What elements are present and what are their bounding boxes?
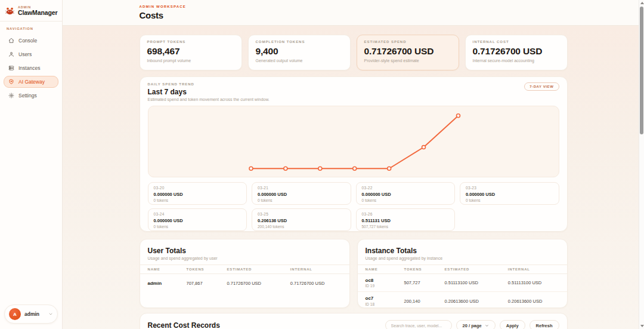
row-name: oc7 bbox=[366, 296, 404, 301]
recent-cost-records-card: Recent Cost Records Search and page thro… bbox=[140, 313, 568, 329]
col-name: NAME bbox=[366, 267, 404, 271]
col-name: NAME bbox=[148, 267, 187, 271]
stat-value: 0.71726700 USD bbox=[473, 46, 560, 57]
day-spend: 0.511131 USD bbox=[362, 218, 450, 223]
day-tokens: 0 tokens bbox=[362, 198, 450, 202]
day-date: 03-21 bbox=[258, 186, 345, 190]
table-header-row: NAME TOKENS ESTIMATED INTERNAL bbox=[358, 265, 567, 274]
page-size-value: 20 / page bbox=[463, 323, 482, 328]
day-tokens: 0 tokens bbox=[258, 198, 345, 202]
day-date: 03-25 bbox=[258, 212, 345, 216]
col-tokens: TOKENS bbox=[187, 267, 227, 271]
trend-subtitle: Estimated spend and token movement acros… bbox=[148, 97, 559, 102]
user-name: admin bbox=[24, 311, 39, 317]
sidebar: ADMIN ClawManager NAVIGATION Console Use… bbox=[0, 0, 63, 329]
day-card: 03-20 0.000000 USD 0 tokens bbox=[148, 182, 247, 205]
stat-value: 0.71726700 USD bbox=[364, 46, 451, 57]
page-size-select[interactable]: 20 / page bbox=[456, 320, 496, 329]
row-estimated: 0.51113100 USD bbox=[444, 280, 507, 285]
stat-sub: Provider-style spend estimate bbox=[364, 59, 451, 63]
brand[interactable]: ADMIN ClawManager bbox=[0, 0, 62, 21]
spend-trend-chart bbox=[148, 106, 559, 177]
stat-card-internal-cost: INTERNAL COST 0.71726700 USD Internal se… bbox=[465, 35, 568, 70]
stat-label: PROMPT TOKENS bbox=[147, 40, 234, 44]
day-card: 03-24 0.000000 USD 0 tokens bbox=[148, 208, 247, 231]
crab-logo-icon bbox=[5, 7, 15, 16]
stat-cards: PROMPT TOKENS 698,467 Inbound prompt vol… bbox=[140, 35, 568, 70]
sidebar-item-label: Users bbox=[18, 51, 32, 57]
sidebar-item-settings[interactable]: Settings bbox=[4, 90, 58, 102]
chevron-down-icon bbox=[48, 312, 53, 316]
row-id: ID 19 bbox=[366, 284, 404, 288]
day-card: 03-26 0.511131 USD 507,727 tokens bbox=[356, 208, 456, 231]
search-input[interactable] bbox=[385, 320, 452, 329]
page-header: ADMIN WORKSPACE Costs bbox=[63, 0, 644, 26]
instance-totals-card: Instance Totals Usage and spend aggregat… bbox=[357, 239, 568, 308]
sidebar-item-users[interactable]: Users bbox=[4, 48, 58, 60]
scroll-up-arrow-icon[interactable] bbox=[640, 2, 644, 4]
content-scroll-area: PROMPT TOKENS 698,467 Inbound prompt vol… bbox=[63, 26, 644, 329]
trend-eyebrow: DAILY SPEND TREND bbox=[148, 82, 559, 86]
stat-value: 9,400 bbox=[256, 46, 343, 57]
day-card: 03-23 0.000000 USD 0 tokens bbox=[460, 182, 559, 205]
day-tokens: 0 tokens bbox=[466, 198, 553, 202]
row-internal: 0.71726700 USD bbox=[290, 281, 342, 286]
stat-card-estimated-spend: ESTIMATED SPEND 0.71726700 USD Provider-… bbox=[357, 35, 459, 70]
sidebar-item-ai-gateway[interactable]: AI Gateway bbox=[4, 76, 58, 88]
table-row: oc8 ID 19 507,727 0.51113100 USD 0.51113… bbox=[358, 274, 567, 292]
table-row: admin 707,867 0.71726700 USD 0.71726700 … bbox=[140, 274, 349, 292]
stat-sub: Generated output volume bbox=[256, 59, 343, 63]
day-cards: 03-20 0.000000 USD 0 tokens 03-21 0.0000… bbox=[148, 182, 559, 231]
stat-label: COMPLETION TOKENS bbox=[256, 40, 343, 44]
sidebar-item-instances[interactable]: Instances bbox=[4, 62, 58, 74]
day-card: 03-25 0.206136 USD 200,140 tokens bbox=[252, 208, 351, 231]
stat-value: 698,467 bbox=[147, 46, 234, 57]
day-tokens: 0 tokens bbox=[154, 225, 242, 229]
row-name: oc8 bbox=[366, 278, 404, 283]
stat-card-prompt-tokens: PROMPT TOKENS 698,467 Inbound prompt vol… bbox=[140, 35, 242, 70]
day-spend: 0.000000 USD bbox=[258, 192, 345, 197]
scroll-down-arrow-icon[interactable] bbox=[640, 325, 644, 327]
page-title: Costs bbox=[140, 10, 568, 20]
day-tokens: 0 tokens bbox=[154, 198, 242, 202]
daily-spend-trend-card: DAILY SPEND TREND Last 7 days Estimated … bbox=[140, 76, 568, 232]
home-icon bbox=[8, 38, 14, 44]
row-name: admin bbox=[148, 281, 187, 286]
col-estimated: ESTIMATED bbox=[444, 267, 507, 271]
row-estimated: 0.71726700 USD bbox=[227, 281, 290, 286]
scrollbar[interactable] bbox=[639, 0, 644, 329]
trend-line-chart bbox=[148, 106, 559, 177]
main-area: ADMIN WORKSPACE Costs PROMPT TOKENS 698,… bbox=[63, 0, 644, 329]
table-header-row: NAME TOKENS ESTIMATED INTERNAL bbox=[140, 265, 349, 274]
scrollbar-thumb[interactable] bbox=[640, 7, 643, 134]
row-tokens: 707,867 bbox=[187, 281, 227, 286]
col-estimated: ESTIMATED bbox=[227, 267, 290, 271]
sidebar-item-label: Console bbox=[18, 38, 37, 44]
row-tokens: 507,727 bbox=[404, 280, 445, 285]
totals-section: User Totals Usage and spend aggregated b… bbox=[140, 239, 568, 308]
day-tokens: 200,140 tokens bbox=[258, 225, 345, 229]
instance-totals-subtitle: Usage and spend aggregated by instance bbox=[366, 256, 559, 260]
row-id: ID 18 bbox=[366, 302, 404, 306]
sidebar-item-label: AI Gateway bbox=[18, 79, 45, 85]
records-controls: 20 / page Apply Refresh bbox=[385, 320, 559, 329]
day-date: 03-23 bbox=[466, 186, 553, 190]
day-spend: 0.000000 USD bbox=[466, 192, 553, 197]
sidebar-item-label: Settings bbox=[18, 93, 37, 99]
user-totals-subtitle: Usage and spend aggregated by user bbox=[148, 256, 342, 260]
user-menu[interactable]: A admin bbox=[4, 305, 58, 324]
day-date: 03-22 bbox=[362, 186, 450, 190]
seven-day-view-badge[interactable]: 7-DAY VIEW bbox=[524, 82, 559, 91]
sidebar-nav: Console Users Instances AI Gateway Setti… bbox=[0, 33, 62, 103]
sidebar-item-console[interactable]: Console bbox=[4, 35, 58, 47]
user-totals-title: User Totals bbox=[148, 247, 342, 255]
sidebar-item-label: Instances bbox=[18, 65, 40, 71]
stat-sub: Inbound prompt volume bbox=[147, 59, 234, 63]
day-date: 03-20 bbox=[154, 186, 242, 190]
stat-label: ESTIMATED SPEND bbox=[364, 40, 451, 44]
day-tokens: 507,727 tokens bbox=[362, 225, 450, 229]
user-totals-card: User Totals Usage and spend aggregated b… bbox=[140, 239, 350, 308]
refresh-button[interactable]: Refresh bbox=[530, 320, 559, 329]
day-date: 03-24 bbox=[154, 212, 242, 216]
apply-button[interactable]: Apply bbox=[500, 320, 525, 329]
